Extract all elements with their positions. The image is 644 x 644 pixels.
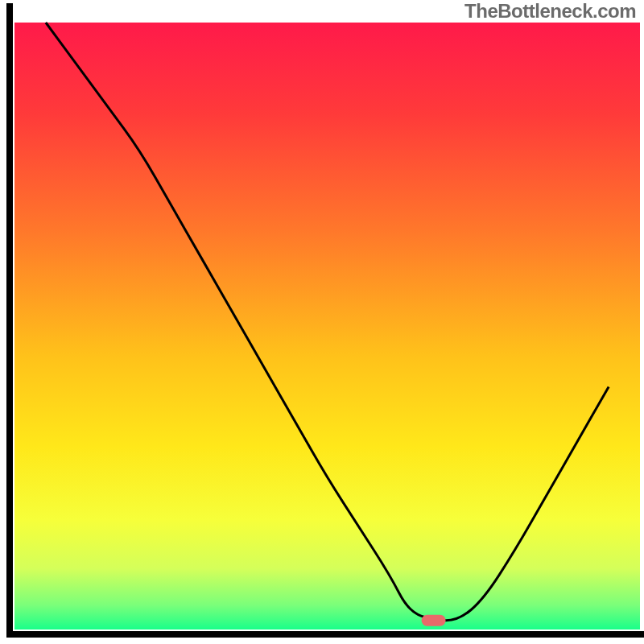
site-watermark: TheBottleneck.com bbox=[464, 0, 636, 23]
chart-canvas bbox=[0, 0, 644, 644]
bottleneck-chart: TheBottleneck.com bbox=[0, 0, 644, 644]
gradient-background bbox=[14, 23, 640, 630]
optimal-marker bbox=[422, 615, 446, 626]
